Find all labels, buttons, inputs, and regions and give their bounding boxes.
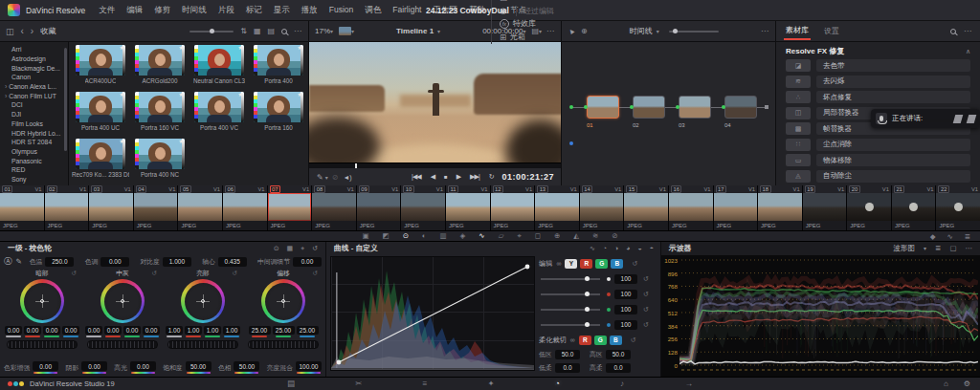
menu-item-3[interactable]: 时间线	[176, 5, 212, 16]
tree-item-2[interactable]: Blackmagic De...	[0, 63, 68, 73]
curve-custom-icon[interactable]: ∿	[590, 245, 595, 252]
scopes-icon[interactable]: ∿	[947, 233, 952, 241]
log-mode-icon[interactable]: ⌖	[301, 245, 304, 252]
curve-editor[interactable]	[330, 256, 535, 371]
lut-item[interactable]: ★Neutral Canon CL3	[189, 45, 249, 92]
edit-reset-icon[interactable]: ↺	[632, 260, 637, 268]
curves-icon[interactable]: ∿	[479, 232, 484, 240]
fx-item[interactable]: ≋去闪烁	[786, 76, 970, 88]
clip-thumbnail[interactable]	[134, 193, 178, 221]
search-icon[interactable]	[281, 29, 287, 34]
color-warper-icon[interactable]: ▱	[499, 232, 504, 240]
menu-item-5[interactable]: 标记	[240, 5, 268, 16]
tree-scrollbar[interactable]	[64, 48, 67, 151]
node-input-dot[interactable]	[722, 105, 725, 109]
channel-gain-value[interactable]: 100	[614, 290, 637, 299]
channel-button-G[interactable]: G	[595, 259, 608, 269]
clip-thumbnail[interactable]	[268, 193, 312, 221]
gallery-breadcrumb[interactable]: 收藏	[40, 26, 56, 36]
fx-item[interactable]: ∷尘点消除	[786, 139, 970, 151]
master-wheel[interactable]	[167, 340, 238, 349]
slider-reset-icon[interactable]: ↺	[643, 275, 649, 283]
clip-thumbnail[interactable]	[847, 193, 891, 221]
tree-item-4[interactable]: ›Canon Alexa L...	[0, 82, 68, 92]
openfx-button[interactable]: fx特效库	[491, 17, 547, 31]
home-icon[interactable]: ⌂	[944, 379, 948, 388]
timeline-clip-09[interactable]: 09V1JPEG	[357, 185, 401, 230]
timeline-clip-07[interactable]: 07V1JPEG	[268, 185, 312, 230]
motion-effects-icon[interactable]: ◈	[460, 232, 466, 240]
clip-thumbnail[interactable]	[357, 193, 401, 221]
slider-reset-icon[interactable]: ↺	[643, 291, 649, 298]
clip-thumbnail[interactable]	[223, 193, 267, 221]
go-first-frame-button[interactable]: |◀◀	[412, 173, 421, 181]
blur-icon[interactable]: ≋	[592, 232, 598, 240]
param-value[interactable]: 0.0	[606, 363, 631, 373]
page-cut[interactable]: ✂	[355, 379, 362, 388]
favorite-star-icon[interactable]: ★	[238, 92, 243, 98]
menu-item-11[interactable]: 工作区	[427, 5, 463, 16]
scope-mode-dropdown-icon[interactable]: ▾	[924, 245, 926, 251]
clip-thumbnail[interactable]	[491, 193, 535, 221]
lightbox-button[interactable]: ⊞光箱	[491, 31, 547, 44]
wheel-value[interactable]: 0.00	[24, 326, 41, 335]
channel-slider[interactable]	[541, 278, 600, 280]
page-fusion[interactable]: ✦	[488, 379, 495, 388]
menu-item-1[interactable]: 编辑	[121, 5, 148, 16]
color-wheel[interactable]	[261, 279, 305, 323]
lut-item[interactable]: ★Portra 160 VC	[130, 92, 189, 139]
wheel-value[interactable]: 25.00	[273, 326, 295, 335]
lut-item[interactable]: ★Portra 400 UC	[71, 92, 130, 139]
rgb-mixer-icon[interactable]: ▥	[439, 232, 446, 240]
forward-icon[interactable]: ›	[31, 26, 33, 36]
wheel-reset-icon[interactable]: ↺	[313, 270, 318, 277]
softclip-channel-B[interactable]: B	[610, 336, 622, 345]
wheel-reset-icon[interactable]: ↺	[152, 270, 157, 277]
page-fairlight[interactable]: ♪	[620, 379, 624, 388]
list-view-icon[interactable]: ▤	[267, 27, 275, 35]
softclip-link-icon[interactable]: ∞	[570, 336, 575, 343]
param-value[interactable]: 50.00	[186, 361, 212, 371]
favorite-star-icon[interactable]: ★	[120, 139, 124, 144]
fx-item[interactable]: ▭物体移除	[786, 154, 970, 166]
go-last-frame-button[interactable]: ▶▶|	[470, 173, 479, 181]
clip-thumbnail[interactable]	[45, 193, 89, 221]
qualifier-icon[interactable]: ⌖	[517, 232, 521, 240]
menu-item-4[interactable]: 片段	[212, 5, 240, 16]
key-icon[interactable]: ⊘	[612, 232, 617, 240]
tab-fx-library[interactable]: 素材库	[784, 22, 811, 40]
node-graph[interactable]: 01020304	[561, 42, 775, 185]
master-wheel[interactable]	[7, 340, 78, 349]
wheel-value[interactable]: 0.00	[143, 326, 160, 335]
tree-item-12[interactable]: Panasonic	[0, 156, 68, 165]
annotation-dropdown-icon[interactable]: ▾	[325, 174, 328, 181]
lut-thumbnail[interactable]: ★	[254, 92, 303, 122]
wheel-value[interactable]: 0.00	[5, 326, 22, 335]
lut-item[interactable]: ★Rec709 Ko... 2383 D65	[71, 139, 130, 185]
panel-toggle-icon[interactable]: ◫	[6, 27, 14, 36]
menu-item-10[interactable]: Fairlight	[387, 5, 427, 16]
pan-tool-icon[interactable]: ⊕	[581, 27, 588, 35]
tree-item-1[interactable]: Astrodesign	[0, 54, 68, 64]
fx-item[interactable]: ◬自动除尘	[786, 170, 970, 183]
node-input-dot[interactable]	[584, 105, 588, 109]
reset-all-icon[interactable]: ↺	[312, 245, 318, 252]
clip-thumbnail[interactable]	[669, 193, 713, 221]
node-output-square[interactable]	[765, 105, 768, 109]
clip-thumbnail[interactable]	[580, 193, 624, 221]
timeline-clip-05[interactable]: 05V1JPEG	[178, 185, 222, 230]
timeline-clip-16[interactable]: 16V1JPEG	[669, 185, 713, 230]
lut-thumbnail[interactable]: ★	[135, 92, 185, 122]
timeline-clip-17[interactable]: 17V1JPEG	[714, 185, 758, 230]
param-value[interactable]: 100.00	[296, 361, 322, 371]
slider-handle[interactable]	[585, 276, 590, 281]
still-preview-icon[interactable]	[339, 27, 351, 35]
fx-search-icon[interactable]	[950, 29, 956, 34]
menu-item-9[interactable]: 调色	[359, 5, 387, 16]
timeline-clip-12[interactable]: 12V1JPEG	[491, 185, 535, 230]
wheel-value[interactable]: 0.00	[104, 326, 122, 335]
param-value[interactable]: 0.00	[293, 257, 322, 267]
info-icon[interactable]: ≣	[965, 233, 970, 241]
wheel-reset-icon[interactable]: ↺	[233, 270, 237, 277]
menu-item-7[interactable]: 播放	[296, 5, 323, 16]
